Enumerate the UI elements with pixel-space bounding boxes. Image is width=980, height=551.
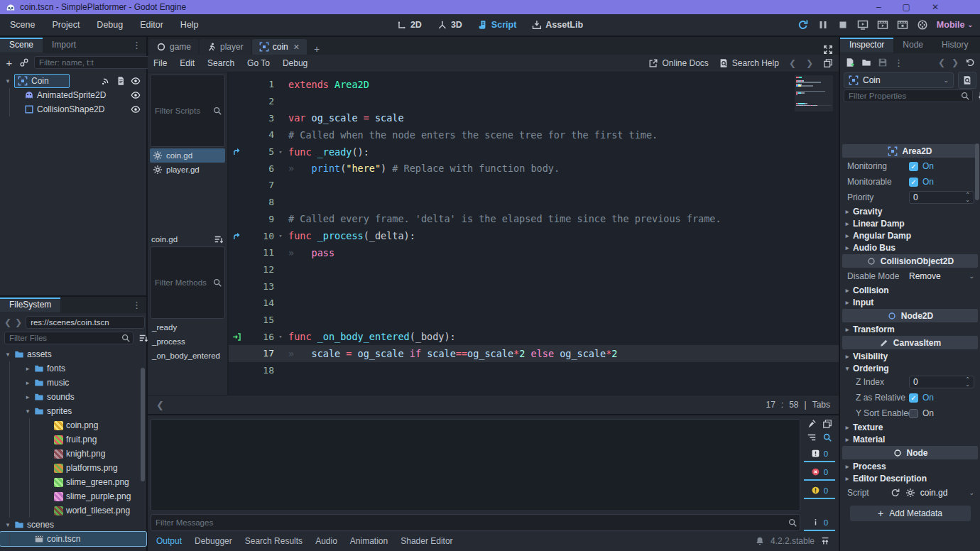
maximize-button[interactable]: ▢ (903, 2, 910, 12)
scene-tab-game[interactable]: game (149, 39, 198, 55)
tab-scene[interactable]: Scene (0, 38, 43, 53)
tab-node[interactable]: Node (893, 38, 932, 53)
class-header-collisionobject2d[interactable]: CollisionObject2D (842, 254, 978, 268)
scene-filter-input[interactable] (34, 56, 163, 69)
playcustom-button[interactable] (897, 19, 908, 31)
filesystem-row[interactable]: slime_purple.png (0, 489, 146, 503)
nav-back-icon[interactable]: ❮ (4, 317, 11, 327)
filesystem-row[interactable]: knight.png (0, 447, 146, 461)
history-back-icon[interactable]: ❮ (938, 58, 945, 67)
bottom-tab-audio[interactable]: Audio (315, 536, 337, 546)
info-filter-toggle[interactable]: 0 (804, 515, 835, 531)
collapse-caret-icon[interactable]: ▾ (4, 351, 11, 358)
fold-caret-icon[interactable]: ▾ (274, 148, 287, 156)
property-group-texture[interactable]: ▸Texture (840, 421, 980, 433)
menu-project[interactable]: Project (52, 20, 80, 30)
bottom-tab-debugger[interactable]: Debugger (195, 536, 232, 546)
tab-import[interactable]: Import (43, 38, 85, 53)
expand-caret-icon[interactable]: ▸ (24, 393, 31, 400)
code-line[interactable]: 12 (229, 261, 839, 278)
filesystem-row[interactable]: ▸music (0, 376, 146, 390)
spin-arrows-icon[interactable]: ⌃⌄ (965, 192, 970, 202)
bottom-tab-shader-editor[interactable]: Shader Editor (401, 536, 452, 546)
expand-caret-icon[interactable]: ▸ (24, 365, 31, 372)
method-item[interactable]: _ready (150, 320, 225, 334)
code-line[interactable]: 8 (229, 194, 839, 211)
workspace-2d[interactable]: 2D (397, 20, 422, 30)
notification-bell-icon[interactable] (755, 536, 765, 546)
script-menu-go-to[interactable]: Go To (247, 58, 270, 68)
bottom-tab-output[interactable]: Output (156, 536, 182, 546)
checkbox-monitoring[interactable]: ✓ (909, 162, 918, 171)
messages-filter-toggle[interactable]: 0 (804, 446, 835, 462)
bottom-tab-animation[interactable]: Animation (350, 536, 388, 546)
close-button[interactable]: ✕ (932, 2, 939, 12)
property-group-linear-damp[interactable]: ▸Linear Damp (840, 217, 980, 229)
checkbox-y-sort-enabled[interactable] (909, 409, 918, 418)
method-item[interactable]: _on_body_entered (150, 349, 225, 363)
script-item[interactable]: coin.gd (150, 148, 225, 163)
code-minimap[interactable] (795, 75, 833, 111)
menu-debug[interactable]: Debug (97, 20, 123, 30)
filesystem-row[interactable]: ▾sprites (0, 404, 146, 418)
collapse-caret-icon[interactable]: ▾ (24, 408, 31, 415)
property-group-material[interactable]: ▸Material (840, 433, 980, 445)
add-node-button[interactable]: + (4, 58, 14, 67)
object-history-icon[interactable] (965, 58, 975, 67)
pause-button[interactable] (817, 19, 829, 31)
resource-menu-dots[interactable]: ⋮ (894, 58, 903, 68)
dropdown-disable-mode[interactable]: Remove⌄ (909, 270, 974, 283)
fold-caret-icon[interactable]: ▾ (274, 232, 287, 239)
expand-bottom-panel-icon[interactable] (820, 536, 830, 546)
restart-button[interactable] (797, 19, 809, 31)
chevron-left-icon[interactable]: ❮ (156, 400, 164, 410)
copy-output-button[interactable] (822, 419, 832, 429)
distraction-free-icon[interactable] (817, 45, 839, 55)
filesystem-row[interactable]: ▸sounds (0, 390, 146, 404)
code-line[interactable]: 11» pass (229, 244, 839, 261)
selected-node-box[interactable]: Coin (14, 74, 70, 88)
playscene-button[interactable] (877, 19, 888, 31)
new-resource-icon[interactable] (845, 58, 855, 67)
collapse-caret-icon[interactable]: ▾ (4, 521, 11, 528)
tab-filesystem[interactable]: FileSystem (0, 298, 60, 312)
history-forward-icon[interactable]: ❯ (952, 58, 959, 67)
property-group-process[interactable]: ▸Process (840, 460, 980, 472)
eye-icon[interactable] (131, 104, 141, 114)
property-group-editor-description[interactable]: ▸Editor Description (840, 472, 980, 484)
new-tab-button[interactable]: + (308, 43, 325, 55)
minimize-button[interactable]: – (876, 2, 881, 12)
collapse-caret-icon[interactable]: ▾ (4, 77, 11, 84)
method-item[interactable]: _process (150, 334, 225, 349)
script-icon[interactable] (116, 76, 126, 86)
sort-files-icon[interactable] (138, 333, 148, 343)
spin-field[interactable]: 0⌃⌄ (909, 376, 974, 388)
class-header-canvasitem[interactable]: CanvasItem (842, 336, 978, 349)
sort-methods-icon[interactable] (214, 234, 224, 244)
fold-caret-icon[interactable]: ▾ (274, 333, 287, 340)
filter-properties-input[interactable] (844, 89, 973, 102)
code-line[interactable]: 3var og_scale = scale (229, 109, 839, 126)
code-line[interactable]: 14 (229, 295, 839, 312)
clear-output-button[interactable] (807, 419, 817, 429)
code-line[interactable]: 2 (229, 93, 839, 110)
menu-scene[interactable]: Scene (10, 20, 35, 30)
scene-tree-row[interactable]: CollisionShape2D (0, 102, 146, 116)
script-back-icon[interactable]: ❮ (789, 58, 796, 68)
code-line[interactable]: 1extends Area2D (229, 76, 839, 93)
bottom-tab-search-results[interactable]: Search Results (245, 536, 303, 546)
filesystem-path-input[interactable] (26, 316, 145, 329)
code-line[interactable]: 16▾func _on_body_entered(_body): (229, 328, 839, 345)
workspace-script[interactable]: Script (478, 20, 516, 30)
signal-icon[interactable] (101, 76, 111, 86)
script-value[interactable]: coin.gd (920, 488, 948, 498)
warnings-filter-toggle[interactable]: 0 (804, 483, 835, 499)
open-docs-button[interactable] (958, 72, 976, 89)
remote-button[interactable] (857, 19, 869, 31)
property-sliders-icon[interactable] (977, 91, 980, 101)
close-tab-icon[interactable]: ✕ (293, 43, 300, 52)
filesystem-row[interactable]: ▾scenes (0, 518, 146, 532)
menu-help[interactable]: Help (180, 20, 199, 30)
search-output-toggle[interactable] (822, 432, 832, 442)
script-menu-file[interactable]: File (153, 58, 167, 68)
